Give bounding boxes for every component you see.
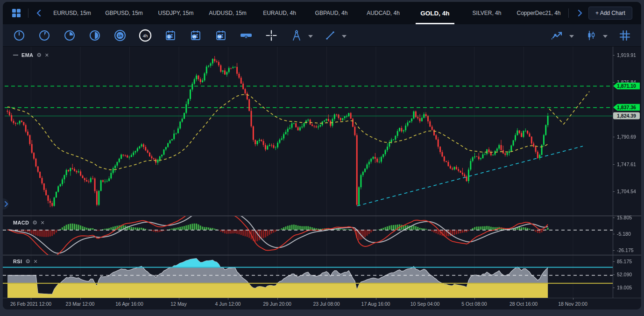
time-label: 4 Jun 12:00 bbox=[215, 301, 241, 307]
crosshair-icon bbox=[265, 29, 277, 42]
indicators-icon bbox=[551, 29, 565, 42]
crosshair-button[interactable] bbox=[263, 28, 279, 43]
rsi-legend: RSI ⚙ × bbox=[13, 258, 37, 265]
rsi-label: RSI bbox=[13, 259, 22, 264]
line-tool-button[interactable] bbox=[322, 28, 338, 43]
ema-close-icon[interactable]: × bbox=[45, 52, 49, 58]
indicators-caret[interactable] bbox=[569, 31, 574, 40]
price-tick: 1,704.54 bbox=[613, 189, 641, 194]
macd-close-icon[interactable]: × bbox=[41, 219, 44, 226]
chart-area: EMA ⚙ × MACD ⚙ × RSI ⚙ × 1,919.911,876.8… bbox=[3, 47, 641, 309]
add-chart-button[interactable]: + Add Chart bbox=[588, 7, 632, 20]
macd-panel-canvas[interactable] bbox=[3, 216, 613, 255]
tab-copperdec21-4h[interactable]: CopperDec21, 4h bbox=[513, 2, 565, 24]
chart-toolbar: 1h 4h D bbox=[3, 24, 641, 47]
timeframe-1m-button[interactable] bbox=[11, 28, 27, 43]
rsi-tick: 85.175 bbox=[613, 259, 641, 264]
main-chart-canvas[interactable] bbox=[3, 47, 613, 216]
ema-hide-toggle[interactable] bbox=[13, 55, 18, 56]
timeframe-15m-button[interactable] bbox=[62, 28, 78, 43]
svg-text:M: M bbox=[218, 35, 221, 39]
time-tick bbox=[474, 298, 475, 300]
time-label: 17 Aug 16:00 bbox=[361, 301, 390, 307]
macd-tick: 15.805 bbox=[613, 215, 641, 220]
chevron-right-icon bbox=[4, 201, 8, 207]
chevron-right-icon bbox=[575, 8, 584, 18]
price-axis[interactable]: 1,919.911,876.841,790.691,747.611,704.54… bbox=[613, 47, 641, 298]
line-tool-caret[interactable] bbox=[342, 31, 347, 40]
tab-euraud-4h[interactable]: EURAUD, 4h bbox=[254, 2, 305, 24]
time-label: 12 May bbox=[170, 301, 186, 307]
time-tick bbox=[31, 298, 31, 300]
timeframe-monthly-button[interactable]: M bbox=[213, 28, 229, 43]
time-label: 23 Mar 12:00 bbox=[66, 301, 95, 307]
range-bar-icon bbox=[239, 29, 253, 42]
macd-tick: -5.180 bbox=[613, 231, 641, 237]
range-bars-button[interactable] bbox=[238, 28, 254, 43]
tabs-scroll-left-button[interactable] bbox=[32, 6, 46, 20]
time-tick bbox=[524, 298, 524, 300]
grid-icon bbox=[618, 29, 631, 42]
toolbar-right-group bbox=[541, 28, 641, 43]
caret-down-icon bbox=[603, 35, 608, 38]
clock-1m-icon bbox=[13, 29, 25, 42]
macd-label: MACD bbox=[13, 220, 29, 225]
rsi-settings-icon[interactable]: ⚙ bbox=[25, 259, 30, 264]
macd-settings-icon[interactable]: ⚙ bbox=[32, 220, 37, 225]
clock-4h-active-icon: 4h bbox=[138, 28, 152, 42]
grid-settings-button[interactable] bbox=[617, 28, 633, 43]
tab-eurusd-15m[interactable]: EURUSD, 15m bbox=[46, 2, 98, 24]
caret-down-icon bbox=[569, 35, 574, 38]
tab-usdjpy-15m[interactable]: USDJPY, 15m bbox=[150, 2, 202, 24]
tab-gbpaud-4h[interactable]: GBPAUD, 4h bbox=[305, 2, 357, 24]
ema-label: EMA bbox=[21, 52, 33, 58]
calendar-weekly-icon: W bbox=[189, 29, 202, 42]
svg-text:1h: 1h bbox=[118, 34, 122, 38]
tab-gold-4h[interactable]: GOLD, 4h bbox=[409, 2, 461, 24]
rsi-tick: 52.090 bbox=[613, 272, 641, 277]
rsi-panel-canvas[interactable] bbox=[3, 255, 613, 298]
timeframe-1h-button[interactable]: 1h bbox=[112, 28, 128, 43]
time-label: 16 Apr 16:00 bbox=[115, 301, 143, 307]
drawing-tools-button[interactable] bbox=[289, 28, 304, 43]
alert-price-tag: 1,871.10 bbox=[613, 83, 640, 90]
tabs-scroll-right-button[interactable] bbox=[573, 6, 587, 20]
macd-tick: -26.175 bbox=[613, 247, 641, 253]
clock-5m-icon bbox=[38, 29, 50, 42]
compass-icon bbox=[290, 29, 303, 42]
time-axis[interactable]: 26 Feb 2021 12:0023 Mar 12:0016 Apr 16:0… bbox=[3, 298, 613, 309]
calendar-daily-icon: D bbox=[164, 29, 177, 42]
timeframe-weekly-button[interactable]: W bbox=[188, 28, 204, 43]
rsi-tick: 19.005 bbox=[613, 285, 641, 290]
clock-15m-icon bbox=[64, 29, 76, 42]
timeframe-4h-button-active[interactable]: 4h bbox=[137, 28, 153, 43]
timeframe-5m-button[interactable] bbox=[36, 28, 52, 43]
chart-type-caret[interactable] bbox=[603, 31, 608, 40]
apps-grid-icon[interactable] bbox=[8, 5, 24, 21]
timeframe-daily-button[interactable]: D bbox=[163, 28, 178, 43]
current-price-tag: 1,824.39 bbox=[613, 112, 640, 119]
alert-price-tag: 1,837.36 bbox=[613, 104, 640, 111]
drawing-tools-caret[interactable] bbox=[308, 31, 313, 40]
ema-settings-icon[interactable]: ⚙ bbox=[36, 52, 42, 58]
time-tick bbox=[425, 298, 425, 300]
chart-type-button[interactable] bbox=[583, 28, 599, 43]
time-tick bbox=[228, 298, 228, 300]
macd-panel-divider[interactable] bbox=[3, 216, 641, 216]
rsi-close-icon[interactable]: × bbox=[34, 258, 37, 265]
time-tick bbox=[376, 298, 376, 300]
indicators-button[interactable] bbox=[550, 28, 566, 43]
tab-silver-4h[interactable]: SILVER, 4h bbox=[461, 2, 513, 24]
tab-audcad-4h[interactable]: AUDCAD, 4h bbox=[357, 2, 409, 24]
price-tick: 1,919.91 bbox=[613, 52, 641, 58]
svg-text:W: W bbox=[192, 35, 196, 39]
trading-app-window: EURUSD, 15mGBPUSD, 15mUSDJPY, 15mAUDUSD,… bbox=[3, 2, 641, 309]
tab-gbpusd-15m[interactable]: GBPUSD, 15m bbox=[98, 2, 150, 24]
clock-30m-icon bbox=[89, 29, 101, 42]
tab-audusd-15m[interactable]: AUDUSD, 15m bbox=[202, 2, 254, 24]
rsi-panel-divider[interactable] bbox=[3, 255, 641, 255]
timeframe-30m-button[interactable] bbox=[87, 28, 103, 43]
time-tick bbox=[179, 298, 179, 300]
time-label: 23 Jul 08:00 bbox=[313, 301, 340, 307]
time-label: 26 Feb 2021 12:00 bbox=[10, 301, 51, 307]
